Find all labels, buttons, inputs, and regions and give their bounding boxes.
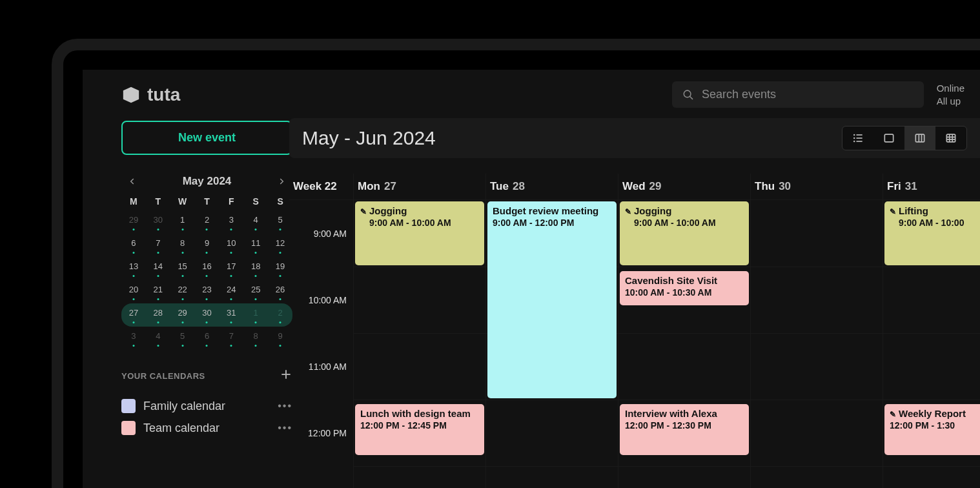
- mini-calendar-day[interactable]: 4: [243, 210, 268, 234]
- time-label: 10:00 AM: [309, 295, 347, 305]
- day-header: Tue28: [486, 174, 618, 200]
- mini-calendar-day[interactable]: 27: [121, 303, 146, 327]
- mini-calendar-day[interactable]: 1: [243, 303, 268, 327]
- mini-calendar-day[interactable]: 21: [146, 280, 170, 303]
- mini-calendar-day[interactable]: 14: [146, 257, 170, 280]
- calendar-event[interactable]: ✎Lifting9:00 AM - 10:00: [884, 201, 980, 265]
- mini-calendar-day[interactable]: 8: [243, 327, 268, 350]
- logo-icon: [121, 85, 141, 105]
- mini-calendar-day[interactable]: 20: [121, 280, 146, 303]
- calendar-item[interactable]: Family calendar•••: [121, 395, 292, 417]
- calendar-event[interactable]: ✎Weekly Report12:00 PM - 1:30: [884, 404, 980, 454]
- mini-calendar-day[interactable]: 22: [170, 280, 195, 303]
- mini-calendar-day[interactable]: 6: [121, 234, 146, 257]
- mini-calendar-day[interactable]: 15: [170, 257, 195, 280]
- mini-calendar-day[interactable]: 11: [243, 234, 268, 257]
- day-column[interactable]: ✎Jogging9:00 AM - 10:00 AMCavendish Site…: [618, 200, 751, 488]
- mini-calendar-day[interactable]: 23: [195, 280, 219, 303]
- app-window: tuta Online All up New event May 2024: [83, 70, 980, 488]
- your-calendars-header: YOUR CALENDARS: [121, 368, 292, 383]
- mini-calendar-day[interactable]: 3: [219, 210, 243, 234]
- calendar-swatch: [121, 421, 136, 435]
- time-label: 12:00 PM: [308, 428, 347, 438]
- week-grid: Week 22Mon27Tue28Wed29Thu30Fri319:00 AM1…: [289, 174, 980, 488]
- search-input[interactable]: [702, 88, 914, 101]
- date-range-title: May - Jun 2024: [302, 127, 842, 149]
- mini-calendar-day[interactable]: 7: [219, 327, 243, 350]
- prev-month-button[interactable]: [125, 174, 139, 188]
- mini-calendar-day[interactable]: 4: [146, 327, 170, 350]
- calendar-item[interactable]: Team calendar•••: [121, 417, 292, 439]
- svg-rect-5: [857, 137, 863, 139]
- mini-calendar-day[interactable]: 16: [195, 257, 219, 280]
- svg-rect-8: [884, 134, 893, 142]
- calendar-event[interactable]: Cavendish Site Visit10:00 AM - 10:30 AM: [620, 271, 749, 305]
- mini-calendar-day[interactable]: 31: [219, 303, 243, 327]
- svg-rect-3: [857, 134, 863, 136]
- columns-icon: [914, 132, 926, 145]
- view-toggle: [842, 126, 967, 150]
- content-header: May - Jun 2024: [289, 118, 980, 158]
- mini-calendar: May 2024 MTWTFSS293012345678910111213141…: [121, 174, 292, 350]
- pencil-icon: ✎: [890, 207, 896, 216]
- calendar-swatch: [121, 399, 136, 413]
- mini-calendar-day[interactable]: 13: [121, 257, 146, 280]
- day-column[interactable]: Budget review meeting9:00 AM - 12:00 PM: [486, 200, 618, 488]
- mini-dow: F: [219, 192, 243, 210]
- view-day-button[interactable]: [873, 127, 904, 150]
- status-line-1: Online: [937, 82, 965, 95]
- svg-point-2: [853, 134, 855, 136]
- search-box[interactable]: [672, 81, 924, 108]
- pencil-icon: ✎: [890, 410, 896, 419]
- mini-calendar-day[interactable]: 3: [121, 327, 146, 350]
- calendar-event[interactable]: Lunch with design team12:00 PM - 12:45 P…: [355, 404, 484, 454]
- calendar-event[interactable]: Interview with Alexa12:00 PM - 12:30 PM: [620, 404, 749, 454]
- mini-calendar-day[interactable]: 28: [146, 303, 170, 327]
- mini-calendar-day[interactable]: 29: [121, 210, 146, 234]
- view-agenda-button[interactable]: [842, 127, 873, 150]
- main-row: New event May 2024 MTWTFSS29301234567891…: [83, 118, 980, 488]
- day-column[interactable]: ✎Lifting9:00 AM - 10:00✎Weekly Report12:…: [883, 200, 980, 488]
- new-event-button[interactable]: New event: [121, 121, 292, 155]
- svg-point-0: [684, 90, 691, 97]
- sidebar: New event May 2024 MTWTFSS29301234567891…: [83, 118, 276, 488]
- status-line-2: All up: [937, 95, 965, 108]
- brand-logo: tuta: [121, 85, 302, 105]
- day-column[interactable]: ✎Jogging9:00 AM - 10:00 AMLunch with des…: [354, 200, 486, 488]
- mini-calendar-day[interactable]: 25: [243, 280, 268, 303]
- mini-calendar-day[interactable]: 1: [170, 210, 195, 234]
- day-header: Fri31: [883, 174, 980, 200]
- pencil-icon: ✎: [360, 207, 367, 216]
- calendar-label: Team calendar: [143, 422, 270, 435]
- mini-calendar-day[interactable]: 9: [195, 234, 219, 257]
- mini-calendar-day[interactable]: 24: [219, 280, 243, 303]
- day-column[interactable]: [751, 200, 883, 488]
- mini-calendar-day[interactable]: 18: [243, 257, 268, 280]
- calendar-event[interactable]: ✎Jogging9:00 AM - 10:00 AM: [355, 201, 484, 265]
- mini-calendar-day[interactable]: 10: [219, 234, 243, 257]
- calendar-event[interactable]: ✎Jogging9:00 AM - 10:00 AM: [620, 201, 749, 265]
- mini-calendar-grid: MTWTFSS293012345678910111213141516171819…: [121, 192, 292, 350]
- time-label: 9:00 AM: [314, 229, 347, 239]
- day-header: Wed29: [618, 174, 751, 200]
- mini-calendar-day[interactable]: 2: [195, 210, 219, 234]
- day-header: Mon27: [354, 174, 486, 200]
- mini-dow: W: [170, 192, 195, 210]
- svg-rect-7: [857, 141, 863, 142]
- view-week-button[interactable]: [904, 127, 935, 150]
- mini-calendar-day[interactable]: 29: [170, 303, 195, 327]
- view-month-button[interactable]: [935, 127, 966, 150]
- svg-point-6: [853, 141, 855, 143]
- content: May - Jun 2024 Week 22Mon27T: [276, 118, 980, 488]
- mini-calendar-day[interactable]: 8: [170, 234, 195, 257]
- calendar-event[interactable]: Budget review meeting9:00 AM - 12:00 PM: [487, 201, 617, 398]
- top-bar: tuta Online All up: [83, 70, 980, 118]
- search-icon: [682, 88, 694, 101]
- mini-calendar-day[interactable]: 7: [146, 234, 170, 257]
- mini-calendar-day[interactable]: 6: [195, 327, 219, 350]
- mini-calendar-day[interactable]: 30: [146, 210, 170, 234]
- mini-calendar-day[interactable]: 30: [195, 303, 219, 327]
- calendar-list: Family calendar•••Team calendar•••: [121, 395, 266, 439]
- mini-calendar-day[interactable]: 5: [170, 327, 195, 350]
- mini-calendar-day[interactable]: 17: [219, 257, 243, 280]
